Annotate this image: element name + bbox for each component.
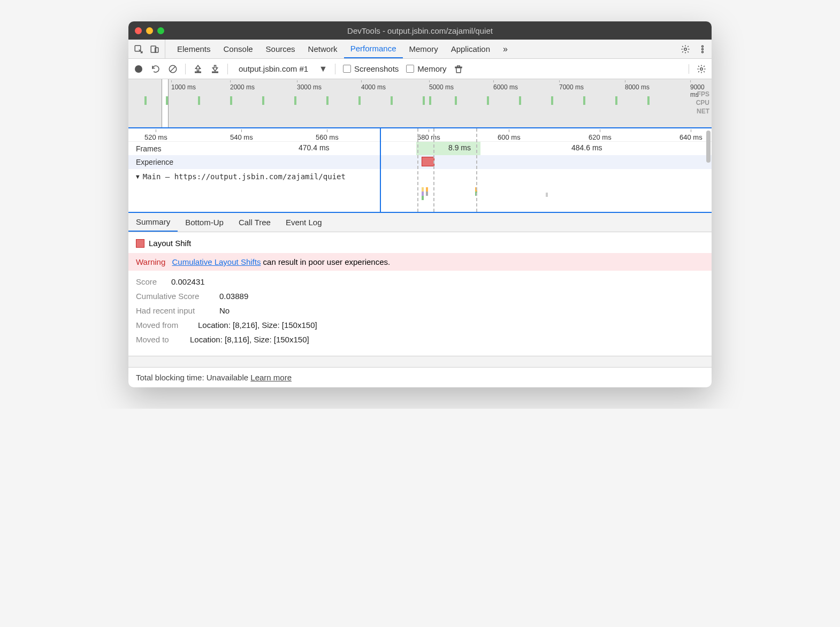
svg-rect-10 (212, 72, 218, 73)
blocking-time-label: Total blocking time: Unavailable (136, 373, 248, 382)
footer-bar: Total blocking time: Unavailable Learn m… (128, 368, 712, 387)
event-swatch (136, 239, 144, 248)
tab-console[interactable]: Console (217, 40, 259, 58)
overview-tick: 6000 ms (493, 80, 518, 91)
overview-tick: 2000 ms (230, 80, 255, 91)
capture-settings-icon[interactable] (697, 64, 706, 74)
moved-to-label: Moved to (136, 335, 187, 344)
detail-tab-event-log[interactable]: Event Log (278, 213, 330, 232)
minimize-icon[interactable] (146, 27, 153, 34)
summary-panel: Layout Shift Warning Cumulative Layout S… (128, 232, 712, 356)
tab-network[interactable]: Network (302, 40, 344, 58)
load-profile-icon[interactable] (193, 64, 203, 74)
detail-tab-bottom-up[interactable]: Bottom-Up (178, 213, 231, 232)
svg-line-8 (171, 66, 175, 71)
recording-selector[interactable]: output.jsbin.com #1 (239, 64, 308, 73)
overview-tick: 3000 ms (297, 80, 322, 91)
window-title: DevTools - output.jsbin.com/zajamil/quie… (347, 26, 493, 35)
ruler-tick: 540 ms (230, 129, 253, 141)
tab-memory[interactable]: Memory (403, 40, 445, 58)
scrollbar[interactable] (706, 131, 711, 163)
moved-to-value: Location: [8,116], Size: [150x150] (190, 335, 309, 344)
marker-line (417, 128, 418, 212)
layout-shift-event[interactable] (422, 157, 434, 166)
flame-chart[interactable]: 520 ms 540 ms 560 ms 580 ms 600 ms 620 m… (128, 128, 712, 213)
settings-icon[interactable] (681, 44, 690, 54)
cumulative-score-value: 0.03889 (219, 292, 248, 301)
memory-label: Memory (417, 64, 446, 73)
ruler-tick: 640 ms (679, 129, 702, 141)
overview-right-labels: FPS CPU NET (696, 90, 709, 116)
collapse-icon[interactable]: ▼ (136, 173, 140, 180)
ruler-tick: 560 ms (316, 129, 339, 141)
titlebar[interactable]: DevTools - output.jsbin.com/zajamil/quie… (128, 21, 712, 40)
reload-icon[interactable] (151, 64, 161, 74)
panel-separator (128, 356, 712, 368)
record-button[interactable] (134, 64, 143, 74)
svg-point-6 (702, 51, 704, 52)
score-value: 0.002431 (171, 277, 205, 286)
tab-performance[interactable]: Performance (344, 40, 403, 58)
svg-rect-9 (195, 72, 201, 73)
svg-point-3 (684, 48, 687, 50)
main-tab-bar: Elements Console Sources Network Perform… (128, 40, 712, 59)
device-toggle-icon[interactable] (150, 44, 159, 54)
score-label: Score (136, 277, 168, 286)
performance-toolbar: output.jsbin.com #1 ▼ Screenshots Memory (128, 59, 712, 79)
tab-sources[interactable]: Sources (259, 40, 302, 58)
warning-text: can result in poor user experiences. (261, 257, 390, 266)
frame-duration: 470.4 ms (299, 143, 330, 152)
tab-application[interactable]: Application (445, 40, 497, 58)
memory-checkbox[interactable]: Memory (406, 64, 446, 73)
warning-banner: Warning Cumulative Layout Shifts can res… (128, 253, 712, 271)
svg-point-5 (702, 48, 704, 50)
svg-point-4 (702, 45, 704, 47)
warning-label: Warning (136, 257, 165, 266)
ruler-tick: 600 ms (498, 129, 521, 141)
ruler-tick: 580 ms (417, 129, 440, 141)
warning-link[interactable]: Cumulative Layout Shifts (172, 257, 261, 266)
tab-elements[interactable]: Elements (171, 40, 217, 58)
close-icon[interactable] (135, 27, 142, 34)
overview-timeline[interactable]: 1000 ms 2000 ms 3000 ms 4000 ms 5000 ms … (128, 79, 712, 128)
overview-tick: 8000 ms (625, 80, 650, 91)
detail-tab-bar: Summary Bottom-Up Call Tree Event Log (128, 213, 712, 232)
learn-more-link[interactable]: Learn more (250, 373, 292, 382)
experience-track-label: Experience (128, 158, 186, 166)
overview-tick: 5000 ms (429, 80, 454, 91)
cumulative-score-label: Cumulative Score (136, 292, 216, 301)
more-tabs-icon[interactable]: » (497, 40, 514, 58)
save-profile-icon[interactable] (210, 64, 220, 74)
overview-tick: 1000 ms (171, 80, 196, 91)
frame-duration: 8.9 ms (448, 143, 471, 152)
svg-point-11 (700, 67, 703, 70)
ruler-tick: 620 ms (589, 129, 612, 141)
inspect-icon[interactable] (134, 44, 143, 54)
detail-tab-summary[interactable]: Summary (128, 213, 178, 232)
kebab-menu-icon[interactable] (698, 44, 707, 54)
maximize-icon[interactable] (157, 27, 164, 34)
chevron-down-icon[interactable]: ▼ (319, 64, 327, 74)
detail-tab-call-tree[interactable]: Call Tree (231, 213, 278, 232)
traffic-lights (135, 27, 164, 34)
ruler-tick: 520 ms (144, 129, 167, 141)
screenshots-checkbox[interactable]: Screenshots (343, 64, 399, 73)
recent-input-label: Had recent input (136, 306, 216, 315)
recent-input-value: No (219, 306, 230, 315)
main-track-header[interactable]: ▼ Main — https://output.jsbin.com/zajami… (128, 169, 712, 184)
marker-line (476, 128, 477, 212)
devtools-window: DevTools - output.jsbin.com/zajamil/quie… (128, 21, 712, 387)
marker-line (433, 128, 434, 212)
frames-track-label: Frames (128, 144, 186, 153)
frame-duration: 484.6 ms (571, 143, 602, 152)
screenshots-label: Screenshots (354, 64, 399, 73)
overview-tick: 4000 ms (361, 80, 386, 91)
moved-from-label: Moved from (136, 320, 195, 330)
garbage-collect-icon[interactable] (454, 64, 463, 74)
overview-tick: 7000 ms (559, 80, 584, 91)
clear-icon[interactable] (168, 64, 178, 74)
moved-from-value: Location: [8,216], Size: [150x150] (198, 320, 317, 330)
timeline-divider[interactable] (380, 128, 381, 212)
event-title: Layout Shift (149, 239, 191, 248)
